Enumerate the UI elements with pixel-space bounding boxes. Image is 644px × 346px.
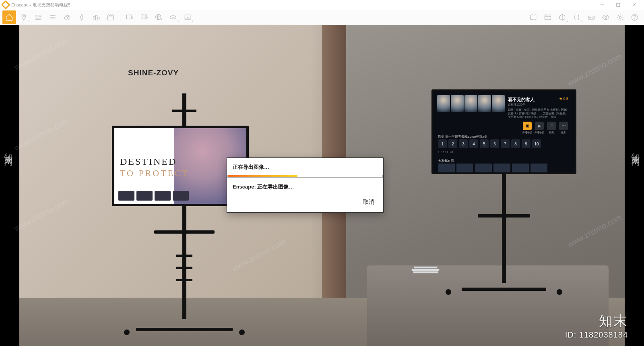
svg-point-28 xyxy=(605,16,607,18)
maximize-button[interactable] xyxy=(610,0,626,10)
episode-item: 7 xyxy=(501,139,510,148)
movie-action: ⋯更多 xyxy=(559,122,568,135)
svg-rect-10 xyxy=(93,17,95,20)
clapperboard-button[interactable] xyxy=(104,10,118,24)
minimap-button[interactable] xyxy=(526,10,540,24)
svg-rect-14 xyxy=(127,15,132,19)
close-button[interactable] xyxy=(626,0,642,10)
tv-stand-right: 看不见的客人 西班牙近20年 ★ 9.5 剧情 · 悬疑 · 犯罪 · 西班牙 … xyxy=(436,89,572,291)
toolbar-separator xyxy=(120,12,120,22)
view-manager-button[interactable] xyxy=(541,10,555,24)
svg-rect-16 xyxy=(142,14,147,18)
recommend-label: 大家都在看 xyxy=(438,159,454,163)
settings-gear-button[interactable] xyxy=(613,10,627,24)
tv-left-line2: TO PROTECT xyxy=(120,168,189,178)
episode-item: 4 xyxy=(469,139,478,148)
app-logo-icon xyxy=(1,0,10,10)
exe-export-button[interactable]: EXE▾ xyxy=(181,10,194,24)
tv-right-screen: 看不见的客人 西班牙近20年 ★ 9.5 剧情 · 悬疑 · 犯罪 · 西班牙 … xyxy=(431,89,576,174)
svg-point-29 xyxy=(619,16,621,18)
svg-point-27 xyxy=(592,17,593,18)
svg-text:360: 360 xyxy=(172,16,175,18)
svg-point-24 xyxy=(546,15,546,16)
episode-selection-label: 选集 周一至周五每晚19:00更新2集 xyxy=(438,135,487,139)
svg-rect-15 xyxy=(141,15,146,19)
movie-rating: ★ 9.5 xyxy=(559,97,568,101)
cancel-button[interactable]: 取消 xyxy=(227,195,383,212)
render-viewport[interactable]: SHINE-ZOVY DESTINED TO PROTECT xyxy=(0,25,644,346)
scene-brand-text: SHINE-ZOVY xyxy=(128,68,179,77)
dialog-status-2: Enscape: 正在导出图像… xyxy=(227,177,383,195)
dialog-status-1: 正在导出图像… xyxy=(227,158,383,175)
episode-list: 12345678910 xyxy=(438,139,541,148)
svg-rect-1 xyxy=(617,3,620,6)
window-title: Enscape - 电视支架移动电视5 xyxy=(11,2,594,8)
episode-item: 2 xyxy=(448,139,457,148)
buildings-button[interactable] xyxy=(89,10,103,24)
perspective-button[interactable]: ▾ xyxy=(555,10,569,24)
svg-text:EXE: EXE xyxy=(186,16,190,19)
movie-action: ♡收藏 xyxy=(547,122,556,135)
episode-item: 5 xyxy=(480,139,489,148)
vr-headset-button[interactable] xyxy=(584,10,598,24)
visibility-eye-button[interactable] xyxy=(599,10,613,24)
movie-action: ▣开通会员 xyxy=(522,122,532,135)
export-progress-dialog: 正在导出图像… Enscape: 正在导出图像… 取消 xyxy=(227,157,384,213)
svg-point-4 xyxy=(23,15,24,17)
menu-lines-button[interactable] xyxy=(46,10,60,24)
movie-subtitle: 西班牙近20年 xyxy=(508,103,568,107)
progress-bar xyxy=(227,175,383,178)
mirror-button[interactable]: ▾ xyxy=(570,10,584,24)
bim-button[interactable]: BIM xyxy=(31,10,45,24)
corner-watermark: 知末 ID: 1182038184 xyxy=(565,312,628,340)
episode-ranges: 1~15 11~20 xyxy=(438,151,453,153)
corner-id: ID: 1182038184 xyxy=(565,330,628,340)
episode-item: 10 xyxy=(532,139,541,148)
movie-action: ▶开通会员 xyxy=(535,122,544,135)
side-watermark-left: 知末网 xyxy=(2,146,14,153)
location-pin-button[interactable]: ▾ xyxy=(17,10,31,24)
main-toolbar: ▾ BIM 360▾ EXE▾ ▾ ▾ xyxy=(0,10,644,25)
batch-export-button[interactable] xyxy=(137,10,151,24)
svg-rect-11 xyxy=(95,15,97,20)
progress-fill xyxy=(228,175,297,177)
help-button[interactable] xyxy=(628,10,642,24)
episode-item: 3 xyxy=(459,139,468,148)
movie-description: 剧情 · 悬疑 · 犯罪 · 西班牙 马里奥·卡萨斯 / 阿娜·瓦格纳 / 何塞… xyxy=(508,108,568,118)
tv-left-line1: DESTINED xyxy=(120,156,189,167)
title-bar: Enscape - 电视支架移动电视5 xyxy=(0,0,644,10)
minimize-button[interactable] xyxy=(594,0,610,10)
svg-point-31 xyxy=(634,19,635,19)
home-button[interactable] xyxy=(2,10,16,24)
svg-point-9 xyxy=(67,17,70,19)
export-image-button[interactable] xyxy=(123,10,136,24)
svg-point-8 xyxy=(64,17,67,19)
panorama-360-button[interactable]: 360▾ xyxy=(166,10,180,24)
corner-brand: 知末 xyxy=(565,312,628,330)
globe-export-button[interactable] xyxy=(152,10,165,24)
side-watermark-right: 知末网 xyxy=(630,146,642,153)
svg-point-26 xyxy=(589,17,590,18)
compass-view-button[interactable] xyxy=(75,10,89,24)
svg-rect-22 xyxy=(545,15,551,20)
episode-item: 6 xyxy=(490,139,499,148)
binoculars-button[interactable] xyxy=(60,10,74,24)
episode-item: 8 xyxy=(511,139,520,148)
movie-actions: ▣开通会员▶开通会员♡收藏⋯更多 xyxy=(522,122,568,135)
svg-rect-12 xyxy=(98,17,99,20)
episode-item: 1 xyxy=(438,139,447,148)
episode-item: 9 xyxy=(522,139,530,148)
svg-rect-13 xyxy=(108,16,114,20)
